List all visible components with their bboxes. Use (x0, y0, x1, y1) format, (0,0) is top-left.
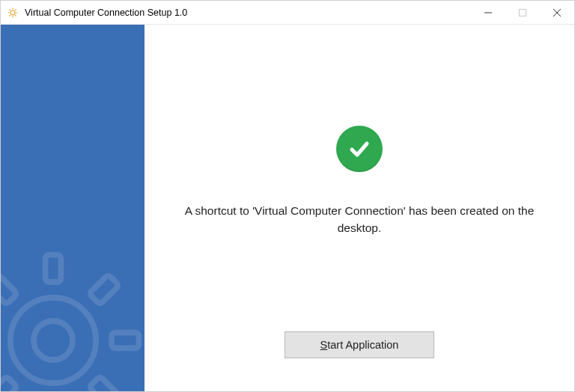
main-panel: A shortcut to 'Virtual Computer Connecti… (144, 25, 574, 392)
minimize-button[interactable] (471, 1, 505, 25)
sidebar (1, 25, 144, 392)
start-application-button[interactable]: Start Application (285, 331, 434, 358)
svg-point-2 (10, 298, 96, 383)
svg-rect-8 (89, 275, 119, 304)
svg-rect-9 (1, 376, 17, 392)
success-check-icon (336, 126, 383, 172)
svg-rect-4 (46, 255, 61, 282)
svg-rect-10 (1, 275, 17, 304)
content-area: A shortcut to 'Virtual Computer Connecti… (1, 25, 574, 392)
titlebar: Virtual Computer Connection Setup 1.0 (1, 1, 574, 25)
window-title: Virtual Computer Connection Setup 1.0 (25, 7, 471, 18)
window-controls (471, 1, 574, 24)
svg-point-3 (34, 321, 73, 360)
status-message: A shortcut to 'Virtual Computer Connecti… (180, 202, 539, 237)
maximize-button (505, 1, 540, 25)
svg-rect-1 (520, 10, 526, 16)
sidebar-gear-icon (1, 243, 144, 392)
close-button[interactable] (540, 1, 574, 25)
start-button-text: tart Application (327, 339, 398, 351)
svg-rect-11 (89, 376, 119, 392)
svg-point-0 (10, 10, 15, 15)
app-gear-icon (7, 7, 19, 19)
svg-rect-7 (112, 333, 139, 349)
start-button-mnemonic: S (320, 339, 328, 351)
